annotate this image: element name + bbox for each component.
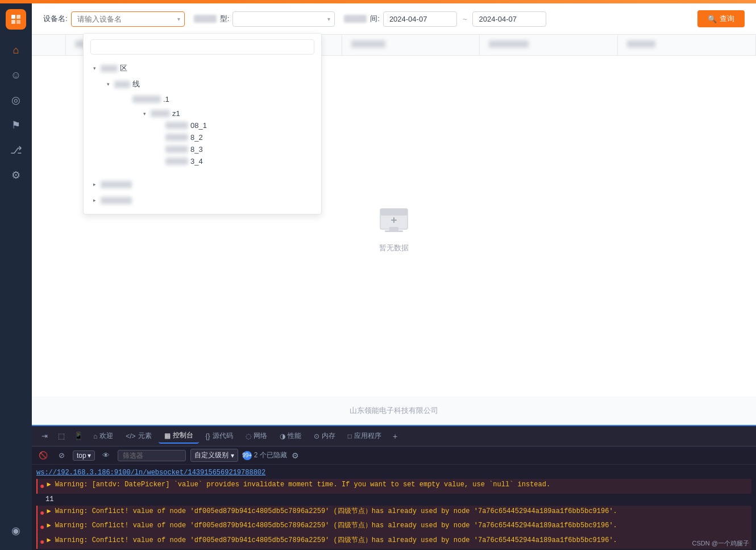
search-icon: 🔍 [708, 15, 717, 23]
devtools-panel: ⇥ ⬚ 📱 ⌂ 欢迎 </> 元素 ▦ 控制台 {} 源代码 [32, 425, 756, 550]
tree-leaf-8-3[interactable]: 8_3 [120, 143, 321, 155]
node-label-blurred-1-1 [114, 81, 130, 88]
tree-node-z1: ▾ z1 [111, 105, 321, 169]
svg-rect-3 [16, 20, 20, 24]
tree-node-1-1-1: .1 ▾ z1 [102, 91, 321, 172]
clear-console-icon[interactable]: 🚫 [36, 449, 50, 462]
tree-node-row-z1[interactable]: ▾ z1 [111, 107, 321, 119]
empty-icon [376, 200, 412, 236]
leaf-label-8-3-blurred [165, 146, 188, 153]
date-to-input[interactable] [472, 11, 546, 27]
type-label [194, 15, 217, 23]
node-label-blurred-1-1-1 [132, 96, 161, 103]
time-colon: 间: [370, 14, 380, 24]
sidebar-item-home[interactable]: ⌂ [6, 40, 26, 60]
leaf-suffix-3-4: 3_4 [190, 157, 203, 166]
devtools-tab-console[interactable]: ▦ 控制台 [159, 428, 199, 444]
tree-node-row-3[interactable]: ▸ [84, 195, 321, 206]
type-select[interactable] [232, 11, 335, 27]
tree-node-row-1-1-1[interactable]: .1 [102, 93, 321, 105]
tree-node-2: ▸ [84, 176, 321, 192]
chevron-down-icon: ▾ [177, 16, 180, 22]
sidebar-logo[interactable] [6, 9, 26, 30]
chevron-right-icon-1: ▾ [90, 64, 98, 72]
tree-leaf-08-1[interactable]: 08_1 [120, 119, 321, 131]
tab-elements-label: 元素 [138, 431, 152, 441]
eye-icon[interactable]: 👁 [99, 449, 113, 462]
devtools-tab-add[interactable]: + [388, 429, 402, 443]
devtools-tab-memory[interactable]: ⊙ 内存 [308, 429, 341, 443]
tree-node-row-1[interactable]: ▾ 区 [84, 61, 321, 75]
devtools-tab-welcome[interactable]: ⌂ 欢迎 [88, 429, 119, 443]
sidebar-item-git[interactable]: ⎇ [6, 140, 26, 160]
devtools-tab-elements[interactable]: </> 元素 [120, 429, 157, 443]
th-blurred-5 [627, 40, 655, 48]
context-selector[interactable]: top ▾ [73, 450, 95, 461]
console-line-error-2: ● ▶ Warning: Conflict! value of node 'df… [36, 520, 751, 534]
tree-children-z1: 08_1 8_2 [111, 119, 321, 167]
top-label: top [77, 452, 86, 460]
console-filter-input[interactable] [118, 450, 186, 461]
company-name: 山东领能电子科技有限公司 [350, 406, 438, 415]
sidebar: ⌂ ☺ ◎ ⚑ ⎇ ⚙ ◉ [0, 3, 32, 550]
query-button[interactable]: 🔍 查询 [697, 10, 745, 27]
date-from-input[interactable] [383, 11, 457, 27]
node-label-blurred-1 [101, 65, 118, 72]
tree-node-row-1-1[interactable]: ▾ 线 [93, 77, 321, 91]
sidebar-item-user[interactable]: ☺ [6, 65, 26, 85]
console-tab-icon: ▦ [164, 432, 171, 440]
perf-tab-icon: ◑ [280, 432, 285, 440]
type-colon: 型: [220, 14, 230, 24]
log-level-select[interactable]: 自定义级别 ▾ [190, 449, 238, 462]
tree-leaf-3-4[interactable]: 3_4 [120, 155, 321, 167]
devtools-tabs: ⇥ ⬚ 📱 ⌂ 欢迎 </> 元素 ▦ 控制台 {} 源代码 [32, 426, 756, 446]
hidden-count: 2 个已隐藏 [254, 450, 287, 460]
console-error-text-3: ▶ Warning: Conflict! value of node 'df00… [47, 535, 617, 546]
type-field: 型: ▾ [194, 11, 335, 27]
console-settings-icon[interactable]: ⚙ [292, 451, 299, 460]
devtools-console: ws://192.168.3.186:9100/ln/websocket/143… [32, 465, 756, 550]
console-line-error-3: ● ▶ Warning: Conflict! value of node 'df… [36, 535, 751, 549]
tree-children-1-1-1: ▾ z1 [102, 105, 321, 169]
tab-memory-label: 内存 [322, 431, 335, 441]
tab-perf-label: 性能 [288, 431, 301, 441]
devtools-device-icon[interactable]: 📱 [70, 428, 86, 444]
tab-welcome-label: 欢迎 [99, 431, 113, 441]
sidebar-item-network[interactable]: ◎ [6, 90, 26, 110]
svg-rect-1 [16, 15, 20, 19]
console-warning-text-1: ▶ Warning: [antdv: DatePicker] `value` p… [47, 479, 550, 490]
error-count-badge: 99+ [243, 451, 252, 460]
table-th-0 [32, 35, 66, 55]
sidebar-item-settings[interactable]: ⚙ [6, 165, 26, 185]
tree-search-input[interactable] [90, 39, 314, 55]
devtools-brand: CSDN @一个鸡腿子 [692, 539, 749, 548]
console-error-text-2: ▶ Warning: Conflict! value of node 'df00… [47, 520, 617, 531]
node-label-suffix-1: 区 [120, 63, 127, 73]
devtools-tab-network[interactable]: ◌ 网络 [240, 429, 273, 443]
tree-leaf-8-2[interactable]: 8_2 [120, 131, 321, 143]
devtools-tab-sources[interactable]: {} 源代码 [200, 429, 239, 443]
devtools-undock-icon[interactable]: ⇥ [36, 428, 52, 444]
chevron-right-icon-3: ▸ [90, 196, 98, 204]
devtools-tab-perf[interactable]: ◑ 性能 [274, 429, 307, 443]
ws-link[interactable]: ws://192.168.3.186:9100/ln/websocket/143… [36, 468, 265, 478]
node-label-z1-blurred [151, 110, 170, 117]
tree-node-row-2[interactable]: ▸ [84, 179, 321, 190]
node-suffix-1-1-1: .1 [163, 95, 169, 104]
tab-sources-label: 源代码 [213, 431, 233, 441]
tree-dropdown: ▾ 区 ▾ 线 [83, 33, 322, 214]
svg-rect-0 [11, 15, 15, 19]
tree-node-1: ▾ 区 ▾ 线 [84, 59, 321, 176]
device-input-wrap: ▾ [71, 11, 185, 27]
type-select-wrap: ▾ [232, 11, 335, 27]
elements-tab-icon: </> [126, 432, 135, 440]
sidebar-item-help[interactable]: ◉ [6, 520, 26, 541]
filter-icon[interactable]: ⊘ [55, 449, 68, 462]
device-name-input[interactable] [71, 11, 185, 27]
node-label-blurred-3 [101, 197, 132, 204]
badge-count: 99+ [242, 452, 252, 458]
sidebar-item-flag[interactable]: ⚑ [6, 115, 26, 135]
node-label-suffix-1-1: 线 [132, 79, 140, 89]
devtools-tab-app[interactable]: □ 应用程序 [342, 429, 387, 443]
devtools-inspect-icon[interactable]: ⬚ [53, 428, 69, 444]
